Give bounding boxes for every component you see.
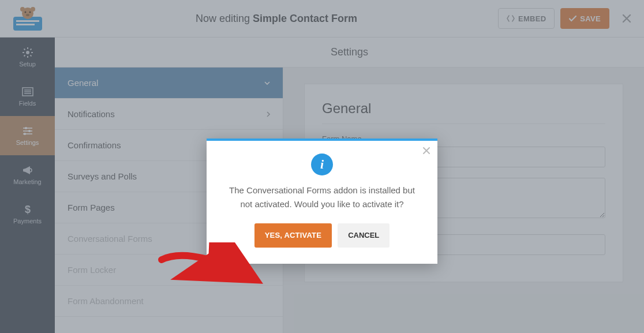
modal-message: The Conversational Forms addon is instal…: [223, 184, 421, 211]
activate-addon-modal: i The Conversational Forms addon is inst…: [207, 139, 437, 264]
modal-overlay: i The Conversational Forms addon is inst…: [0, 0, 644, 333]
cancel-button[interactable]: CANCEL: [338, 223, 390, 248]
close-icon: [422, 147, 430, 155]
modal-close-button[interactable]: [422, 147, 430, 155]
yes-activate-button[interactable]: YES, ACTIVATE: [254, 223, 332, 248]
modal-actions: YES, ACTIVATE CANCEL: [223, 223, 421, 248]
info-icon: i: [311, 154, 333, 175]
